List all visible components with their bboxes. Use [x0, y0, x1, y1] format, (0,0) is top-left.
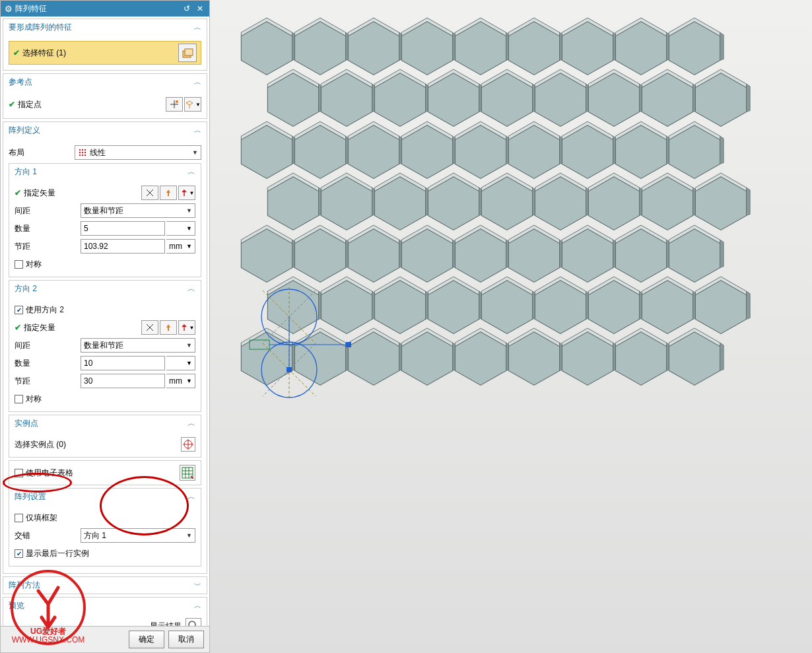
svg-point-13 [82, 155, 83, 156]
section-features: 要形成阵列的特征 ︿ ✔ 选择特征 (1) [3, 18, 207, 71]
dir2-pitch-input[interactable]: 30 [81, 374, 165, 388]
chevron-up-icon: ︿ [194, 601, 201, 611]
specify-point-label: 指定点 [18, 99, 42, 110]
dir2-head[interactable]: 方向 2 ︿ [9, 281, 201, 297]
check-icon: ✔ [15, 323, 21, 332]
dir2-spacing-combo[interactable]: 数量和节距▼ [81, 338, 195, 353]
dir2-count-value: 10 [84, 359, 92, 368]
hex-instance [450, 324, 511, 394]
svg-point-6 [79, 149, 81, 151]
show-last-row-label: 显示最后一行实例 [26, 548, 89, 559]
dir1-head[interactable]: 方向 1 ︿ [9, 164, 201, 180]
vector-axis-icon[interactable]: ▼ [178, 186, 195, 200]
dir1-pitch-value: 103.92 [84, 242, 108, 251]
section-pattern-def-title: 阵列定义 [9, 125, 40, 136]
hex-instance [397, 324, 457, 394]
use-spreadsheet-label: 使用电子表格 [26, 467, 73, 479]
chevron-down-icon: ﹀ [194, 580, 201, 590]
svg-point-12 [79, 155, 81, 156]
subsection-dir1: 方向 1 ︿ ✔指定矢量 ▼ 间距 [9, 163, 201, 277]
specify-point-row: ✔ 指定点 [9, 99, 75, 110]
vector-reverse-icon[interactable] [160, 186, 177, 200]
svg-rect-232 [287, 367, 292, 372]
use-spreadsheet-checkbox[interactable]: 使用电子表格 [15, 467, 73, 479]
svg-rect-1 [185, 49, 193, 55]
chevron-down-icon: ▼ [186, 532, 192, 539]
section-refpoint-head[interactable]: 参考点 ︿ [3, 74, 207, 90]
select-feature-row[interactable]: ✔ 选择特征 (1) [9, 41, 201, 65]
svg-point-10 [82, 152, 83, 153]
svg-marker-166 [720, 240, 724, 267]
dir2-spacing-value: 数量和节距 [84, 340, 123, 351]
point-dropdown-icon[interactable]: ▼ [184, 97, 201, 112]
reset-icon[interactable]: ↺ [182, 3, 192, 14]
sketch-overlay [236, 284, 355, 416]
dir1-count-unit[interactable]: ▼ [166, 221, 195, 236]
hex-instance [504, 324, 564, 394]
svg-point-27 [189, 621, 195, 626]
target-icon[interactable] [181, 437, 195, 452]
ok-button[interactable]: 确定 [129, 631, 164, 648]
svg-marker-193 [747, 291, 751, 319]
svg-rect-229 [250, 340, 269, 349]
use-dir2-checkbox[interactable]: ✔使用方向 2 [15, 304, 64, 316]
vector-axis-icon[interactable]: ▼ [178, 320, 195, 335]
svg-text:WWW.UGSNX.COM: WWW.UGSNX.COM [12, 635, 85, 644]
dir2-pitch-unit[interactable]: mm▼ [166, 374, 195, 388]
dir2-pitch-value: 30 [84, 376, 92, 386]
svg-rect-233 [346, 342, 351, 347]
subsection-pattern-settings: 阵列设置 ︿ 仅填框架 交错 方向 1▼ ✔显示最后一行实例 [9, 488, 201, 567]
frame-only-checkbox[interactable]: 仅填框架 [15, 512, 57, 524]
svg-marker-139 [747, 188, 751, 215]
dir2-symmetric-label: 对称 [26, 394, 42, 405]
svg-marker-58 [720, 32, 724, 60]
svg-point-9 [79, 152, 81, 153]
chevron-down-icon: ▼ [186, 360, 192, 366]
vector-reverse-icon[interactable] [160, 320, 177, 335]
dir2-title: 方向 2 [15, 283, 37, 294]
spreadsheet-icon[interactable] [180, 465, 195, 481]
watermark-stamp: UG爱好者 WWW.UGSNX.COM [9, 568, 88, 647]
cancel-button[interactable]: 取消 [168, 631, 204, 648]
check-icon: ✔ [9, 100, 15, 109]
dir2-symmetric-checkbox[interactable]: 对称 [15, 394, 42, 405]
dir1-count-input[interactable]: 5 [81, 221, 165, 236]
section-features-head[interactable]: 要形成阵列的特征 ︿ [3, 19, 207, 36]
dir2-count-label: 数量 [15, 358, 81, 369]
point-plus-icon[interactable] [166, 97, 183, 112]
layout-label: 布局 [9, 147, 75, 158]
feature-block-icon[interactable] [178, 44, 197, 62]
close-icon[interactable]: ✕ [195, 3, 205, 14]
dir1-pitch-unit-label: mm [169, 242, 182, 251]
dir1-symmetric-checkbox[interactable]: 对称 [15, 259, 42, 270]
pattern-settings-title: 阵列设置 [15, 491, 46, 502]
dir1-spacing-combo[interactable]: 数量和节距▼ [81, 203, 195, 218]
chevron-up-icon: ︿ [194, 125, 201, 135]
vector-pick-icon[interactable] [141, 186, 158, 200]
show-result-label: 显示结果 [150, 621, 182, 627]
chevron-up-icon: ︿ [187, 491, 195, 502]
chevron-down-icon: ▼ [186, 243, 192, 250]
layout-combo[interactable]: 线性 ▼ [75, 145, 201, 160]
chevron-down-icon: ▼ [186, 342, 192, 349]
stagger-combo[interactable]: 方向 1▼ [81, 528, 195, 543]
magnifier-icon[interactable] [186, 618, 201, 626]
section-pattern-def: 阵列定义 ︿ 布局 线性 ▼ 方向 [3, 121, 207, 574]
chevron-up-icon: ︿ [187, 418, 195, 429]
dir2-count-input[interactable]: 10 [81, 356, 165, 370]
dir2-count-unit[interactable]: ▼ [166, 356, 195, 370]
show-last-row-checkbox[interactable]: ✔显示最后一行实例 [15, 548, 89, 559]
instance-points-head[interactable]: 实例点 ︿ [9, 415, 201, 432]
dir1-pitch-input[interactable]: 103.92 [81, 239, 165, 254]
hex-instance [664, 324, 725, 394]
dir1-pitch-unit[interactable]: mm▼ [166, 239, 195, 254]
viewport-3d[interactable] [210, 0, 812, 653]
section-pattern-def-head[interactable]: 阵列定义 ︿ [3, 122, 207, 139]
pattern-settings-head[interactable]: 阵列设置 ︿ [9, 489, 201, 505]
vector-pick-icon[interactable] [141, 320, 158, 335]
svg-point-11 [85, 152, 86, 153]
svg-marker-85 [747, 84, 751, 112]
dir2-pitch-unit-label: mm [169, 376, 182, 386]
linear-grid-icon [78, 148, 87, 157]
layout-value: 线性 [90, 147, 106, 158]
